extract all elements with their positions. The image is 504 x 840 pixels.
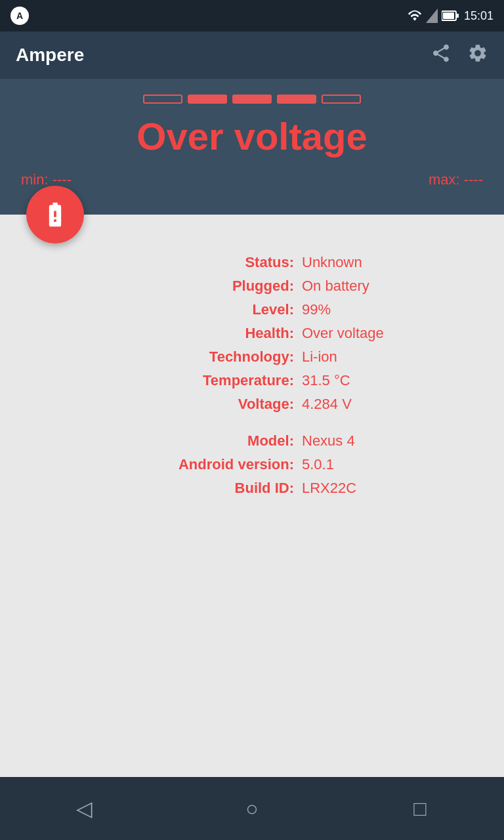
info-row: Technology: Li-ion <box>131 348 478 366</box>
info-table: Status: Unknown Plugged: On battery Leve… <box>131 254 478 497</box>
signal-icon <box>426 9 438 23</box>
info-label: Level: <box>131 301 302 318</box>
info-value: 4.284 V <box>302 396 352 413</box>
back-button[interactable]: ◁ <box>64 789 104 828</box>
device-label: Model: <box>131 432 302 450</box>
recents-button[interactable]: □ <box>400 789 440 828</box>
device-value: Nexus 4 <box>302 432 355 450</box>
app-logo: A <box>10 7 29 25</box>
home-button[interactable]: ○ <box>232 789 272 828</box>
info-row: Level: 99% <box>131 301 478 318</box>
info-value: 31.5 °C <box>302 372 350 389</box>
info-value: Over voltage <box>302 325 384 342</box>
min-value: min: ---- <box>21 171 72 188</box>
device-row: Build ID: LRX22C <box>131 480 478 497</box>
app-bar-actions <box>430 43 488 68</box>
battery-bars <box>21 94 483 104</box>
info-row: Voltage: 4.284 V <box>131 396 478 413</box>
min-max-row: min: ---- max: ---- <box>21 171 483 188</box>
svg-rect-2 <box>456 14 459 18</box>
share-icon <box>430 43 452 64</box>
share-button[interactable] <box>430 43 452 68</box>
info-label: Technology: <box>131 348 302 366</box>
info-row: Status: Unknown <box>131 254 478 271</box>
info-panel: Status: Unknown Plugged: On battery Leve… <box>0 215 504 777</box>
settings-button[interactable] <box>467 43 488 68</box>
device-row: Android version: 5.0.1 <box>131 456 478 473</box>
max-value: max: ---- <box>429 171 483 188</box>
info-value: On battery <box>302 278 369 295</box>
svg-rect-1 <box>443 12 454 19</box>
device-row: Model: Nexus 4 <box>131 432 478 450</box>
status-bar-right: 15:01 <box>408 9 494 23</box>
battery-icon <box>442 10 459 22</box>
battery-bar-5 <box>322 94 361 104</box>
info-value: 99% <box>302 301 331 318</box>
header-panel: Over voltage min: ---- max: ---- <box>0 79 504 215</box>
app-title: Ampere <box>16 45 84 66</box>
device-value: LRX22C <box>302 480 356 497</box>
status-bar-left: A <box>10 7 29 25</box>
battery-fab[interactable] <box>26 186 84 243</box>
battery-bar-2 <box>188 94 227 104</box>
battery-bar-4 <box>277 94 316 104</box>
info-row: Temperature: 31.5 °C <box>131 372 478 389</box>
nav-bar: ◁ ○ □ <box>0 777 504 840</box>
battery-bolt-icon <box>41 200 70 229</box>
battery-bar-1 <box>143 94 182 104</box>
info-value: Unknown <box>302 254 362 271</box>
wifi-icon <box>408 10 422 22</box>
battery-bar-3 <box>232 94 272 104</box>
info-label: Status: <box>131 254 302 271</box>
info-row: Plugged: On battery <box>131 278 478 295</box>
status-bar: A 15:01 <box>0 0 504 32</box>
info-label: Plugged: <box>131 278 302 295</box>
device-label: Android version: <box>131 456 302 473</box>
device-value: 5.0.1 <box>302 456 334 473</box>
status-icons <box>408 9 459 23</box>
status-time: 15:01 <box>464 9 494 23</box>
info-label: Temperature: <box>131 372 302 389</box>
settings-icon <box>467 43 488 64</box>
app-bar: Ampere <box>0 32 504 79</box>
main-status-text: Over voltage <box>21 114 483 158</box>
device-label: Build ID: <box>131 480 302 497</box>
info-row: Health: Over voltage <box>131 325 478 342</box>
info-label: Voltage: <box>131 396 302 413</box>
info-label: Health: <box>131 325 302 342</box>
info-value: Li-ion <box>302 348 337 366</box>
